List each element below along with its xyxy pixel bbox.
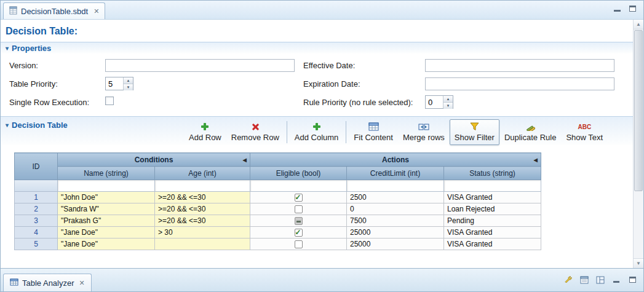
spin-up-icon[interactable]: ▲ <box>124 77 133 84</box>
cell-age[interactable]: > 30 <box>155 227 250 239</box>
window-controls <box>614 6 636 12</box>
filter-input-creditlimit[interactable] <box>347 180 444 192</box>
row-id[interactable]: 4 <box>15 227 58 239</box>
eligible-checkbox[interactable] <box>295 217 303 225</box>
column-header-status[interactable]: Status (string) <box>444 167 541 180</box>
eligible-checkbox[interactable] <box>295 205 303 213</box>
properties-row: Single Row Execution: Rule Priority (no … <box>1 93 633 111</box>
eligible-checkbox[interactable] <box>295 194 303 202</box>
wrench-icon[interactable] <box>563 275 573 285</box>
table-priority-spinner[interactable]: ▲ ▼ <box>105 77 133 90</box>
eligible-checkbox[interactable] <box>295 240 303 248</box>
filter-input-status[interactable] <box>444 180 541 192</box>
cell-creditlimit[interactable]: 7500 <box>347 215 444 227</box>
cell-eligible[interactable] <box>250 239 347 250</box>
cell-creditlimit[interactable]: 0 <box>347 203 444 215</box>
close-tab-icon[interactable]: ✕ <box>93 7 99 15</box>
table-priority-input[interactable] <box>106 77 123 90</box>
cell-eligible[interactable] <box>250 215 347 227</box>
collapse-group-icon[interactable]: ◀ <box>534 157 538 162</box>
eligible-checkbox[interactable] <box>295 229 303 237</box>
remove-row-button[interactable]: Remove Row <box>226 119 284 145</box>
row-id[interactable]: 1 <box>15 192 58 203</box>
effective-date-input[interactable] <box>425 59 614 72</box>
id-column-header[interactable]: ID <box>15 153 58 180</box>
layout-icon[interactable] <box>595 275 605 285</box>
merge-rows-icon <box>418 122 429 132</box>
cell-eligible[interactable] <box>250 203 347 215</box>
cell-name[interactable]: "Jane Doe" <box>58 239 155 250</box>
filter-input-age[interactable] <box>155 180 250 192</box>
table-row[interactable]: 1 "John Doe" >=20 && <=30 2500 VISA Gran… <box>15 192 541 203</box>
conditions-group-label: Conditions <box>135 156 173 164</box>
cell-age[interactable] <box>155 239 250 250</box>
cell-age[interactable]: >=20 && <=30 <box>155 215 250 227</box>
cell-status[interactable]: VISA Granted <box>444 227 541 239</box>
cell-name[interactable]: "Prakash G" <box>58 215 155 227</box>
row-id[interactable]: 2 <box>15 203 58 215</box>
duplicate-rule-button[interactable]: Duplicate Rule <box>499 119 562 145</box>
table-row[interactable]: 4 "Jane Doe" > 30 25000 VISA Granted <box>15 227 541 239</box>
close-tab-icon[interactable]: ✕ <box>79 279 85 287</box>
cell-status[interactable]: Loan Rejected <box>444 203 541 215</box>
report-icon[interactable] <box>579 275 589 285</box>
cell-name[interactable]: "John Doe" <box>58 192 155 203</box>
cell-creditlimit[interactable]: 25000 <box>347 227 444 239</box>
add-column-button[interactable]: Add Column <box>290 119 344 145</box>
conditions-group-header[interactable]: Conditions ◀ <box>58 153 250 167</box>
single-row-execution-checkbox[interactable] <box>105 97 114 105</box>
editor-tab-decisiontable[interactable]: DecisionTable.sbdt ✕ <box>3 2 105 19</box>
cell-creditlimit[interactable]: 2500 <box>347 192 444 203</box>
table-analyzer-tab[interactable]: Table Analyzer ✕ <box>3 274 92 291</box>
cell-age[interactable]: >=20 && <=30 <box>155 203 250 215</box>
show-filter-button[interactable]: Show Filter <box>450 119 499 145</box>
cell-name[interactable]: "Jane Doe" <box>58 227 155 239</box>
table-row[interactable]: 5 "Jane Doe" 25000 VISA Granted <box>15 239 541 250</box>
bottom-panel: Table Analyzer ✕ <box>1 268 643 291</box>
table-row[interactable]: 2 "Sandra W" >=20 && <=30 0 Loan Rejecte… <box>15 203 541 215</box>
spin-down-icon[interactable]: ▼ <box>443 103 453 109</box>
scroll-down-icon[interactable]: ▼ <box>634 258 643 268</box>
filter-input-name[interactable] <box>58 180 155 192</box>
properties-section-header[interactable]: ▾ Properties <box>1 42 633 53</box>
spin-up-icon[interactable]: ▲ <box>443 96 453 103</box>
version-input[interactable] <box>105 59 295 72</box>
fit-content-button[interactable]: Fit Content <box>349 119 398 145</box>
add-icon <box>201 122 209 131</box>
cell-status[interactable]: Pending <box>444 215 541 227</box>
decision-table-section-header[interactable]: ▾ Decision Table Add Row Remove Row <box>1 116 633 145</box>
column-header-age[interactable]: Age (int) <box>155 167 250 180</box>
minimize-icon[interactable] <box>614 10 621 12</box>
add-row-button[interactable]: Add Row <box>184 119 226 145</box>
cell-eligible[interactable] <box>250 192 347 203</box>
maximize-view-icon[interactable] <box>627 275 637 285</box>
filter-input-eligible[interactable] <box>250 180 347 192</box>
rule-priority-spinner[interactable]: ▲ ▼ <box>425 95 453 109</box>
collapse-group-icon[interactable]: ◀ <box>243 157 247 162</box>
table-row[interactable]: 3 "Prakash G" >=20 && <=30 7500 Pending <box>15 215 541 227</box>
column-header-eligible[interactable]: Eligible (bool) <box>250 167 347 180</box>
column-header-name[interactable]: Name (string) <box>58 167 155 180</box>
cell-age[interactable]: >=20 && <=30 <box>155 192 250 203</box>
scroll-up-icon[interactable]: ▲ <box>634 20 643 30</box>
cell-status[interactable]: VISA Granted <box>444 239 541 250</box>
collapse-triangle-icon: ▾ <box>6 122 9 128</box>
minimize-view-icon[interactable] <box>611 275 621 285</box>
show-text-button[interactable]: ABC Show Text <box>561 119 608 145</box>
actions-group-header[interactable]: Actions ◀ <box>250 153 541 167</box>
spin-down-icon[interactable]: ▼ <box>124 84 133 90</box>
cell-name[interactable]: "Sandra W" <box>58 203 155 215</box>
cell-eligible[interactable] <box>250 227 347 239</box>
row-id[interactable]: 5 <box>15 239 58 250</box>
vertical-scrollbar[interactable]: ▲ ▼ <box>633 20 643 268</box>
scrollbar-thumb[interactable] <box>634 30 643 191</box>
row-id[interactable]: 3 <box>15 215 58 227</box>
cell-creditlimit[interactable]: 25000 <box>347 239 444 250</box>
column-header-creditlimit[interactable]: CreditLimit (int) <box>347 167 444 180</box>
maximize-icon[interactable] <box>629 6 636 12</box>
expiration-date-input[interactable] <box>425 77 614 90</box>
cell-status[interactable]: VISA Granted <box>444 192 541 203</box>
rule-priority-input[interactable] <box>426 96 443 108</box>
duplicate-rule-icon <box>525 122 535 132</box>
merge-rows-button[interactable]: Merge rows <box>398 119 450 145</box>
